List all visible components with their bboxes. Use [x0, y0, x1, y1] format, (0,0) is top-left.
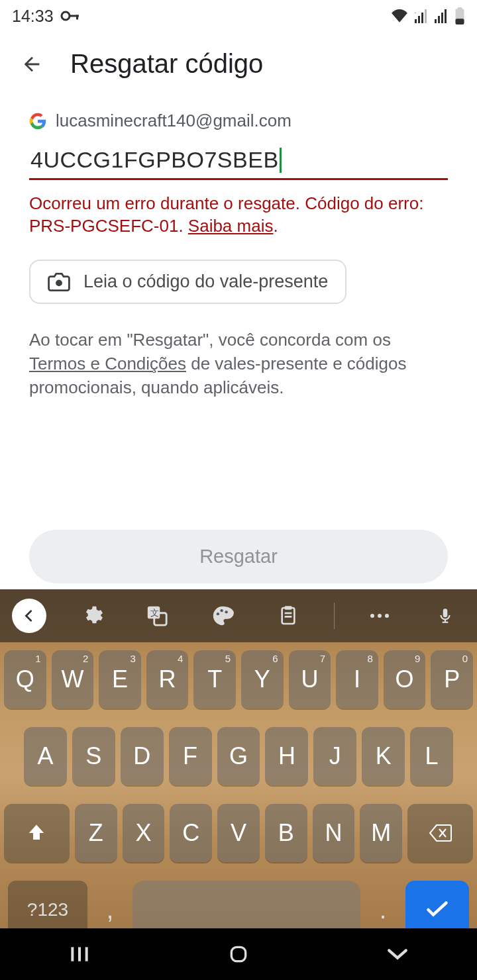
keyboard-settings-button[interactable]	[72, 596, 112, 636]
key-h[interactable]: H	[265, 727, 308, 785]
key-backspace[interactable]	[407, 804, 473, 862]
svg-point-28	[385, 614, 389, 618]
key-hint: 7	[320, 653, 325, 664]
svg-rect-13	[458, 7, 462, 9]
scan-giftcard-label: Leia o código do vale-presente	[83, 271, 328, 292]
code-input-value: 4UCCG1FGPBO7SBEB	[30, 147, 279, 173]
terms-prefix: Ao tocar em "Resgatar", você concorda co…	[29, 330, 391, 350]
key-hint: 0	[462, 653, 468, 664]
mic-icon	[437, 605, 454, 627]
chevron-down-icon	[386, 948, 409, 961]
status-time: 14:33	[12, 7, 54, 26]
content: lucasminecraft140@gmail.com 4UCCG1FGPBO7…	[0, 111, 477, 399]
key-x[interactable]: X	[123, 804, 165, 862]
key-hint: 9	[415, 653, 420, 664]
key-g[interactable]: G	[217, 727, 260, 785]
status-right: +	[391, 7, 465, 24]
svg-rect-14	[456, 19, 464, 24]
redeem-label: Resgatar	[199, 546, 278, 567]
status-bar: 14:33 +	[0, 0, 477, 32]
gear-icon	[81, 605, 103, 627]
key-n[interactable]: N	[313, 804, 355, 862]
key-f[interactable]: F	[169, 727, 212, 785]
shift-icon	[26, 823, 46, 843]
key-o[interactable]: O9	[384, 650, 426, 709]
google-logo-icon	[29, 113, 46, 130]
chevron-left-icon	[22, 609, 36, 623]
key-t[interactable]: T5	[193, 650, 236, 709]
key-a[interactable]: A	[24, 727, 67, 785]
keyboard-row-3: ZXCVBNM	[4, 804, 473, 862]
keyboard-row-1: Q1W2E3R4T5Y6U7I8O9P0	[4, 650, 473, 709]
key-i[interactable]: I8	[336, 650, 378, 709]
svg-point-21	[225, 611, 228, 613]
svg-rect-29	[443, 609, 448, 617]
svg-rect-37	[231, 947, 245, 961]
terms-link[interactable]: Termos e Condições	[29, 354, 186, 373]
key-l[interactable]: L	[410, 727, 453, 785]
code-input[interactable]: 4UCCG1FGPBO7SBEB	[29, 147, 448, 180]
svg-rect-3	[415, 19, 417, 23]
arrow-left-icon	[21, 53, 43, 75]
keyboard-mic-button[interactable]	[425, 596, 465, 636]
account-row: lucasminecraft140@gmail.com	[29, 111, 448, 131]
app-header: Resgatar código	[0, 32, 477, 96]
key-k[interactable]: K	[362, 727, 405, 785]
key-d[interactable]: D	[121, 727, 164, 785]
key-p[interactable]: P0	[431, 650, 473, 709]
key-b[interactable]: B	[265, 804, 307, 862]
back-button[interactable]	[20, 52, 44, 76]
key-s[interactable]: S	[72, 727, 115, 785]
svg-point-19	[217, 612, 219, 615]
key-y[interactable]: Y6	[241, 650, 284, 709]
keyboard-clipboard-button[interactable]	[268, 596, 308, 636]
palette-icon	[211, 605, 234, 627]
system-nav-bar	[0, 928, 477, 980]
error-suffix: .	[273, 216, 278, 236]
key-m[interactable]: M	[360, 804, 402, 862]
wifi-icon	[391, 9, 408, 23]
key-c[interactable]: C	[170, 804, 212, 862]
key-z[interactable]: Z	[75, 804, 117, 862]
key-q[interactable]: Q1	[4, 650, 46, 709]
keyboard-translate-button[interactable]: 文	[137, 596, 177, 636]
key-hint: 5	[225, 653, 231, 664]
svg-rect-11	[445, 9, 447, 23]
signal-2-icon	[435, 9, 448, 23]
battery-icon	[454, 7, 465, 24]
key-shift[interactable]	[4, 804, 70, 862]
key-hint: 6	[272, 653, 278, 664]
recents-icon	[69, 945, 90, 963]
keyboard: 文 Q1W2E3R4T5Y6U7I8O9P0 ASDFGHJKL ZXCVBNM	[0, 589, 477, 928]
key-u[interactable]: U7	[289, 650, 331, 709]
backspace-icon	[429, 824, 452, 842]
page-title: Resgatar código	[70, 49, 263, 79]
keyboard-more-button[interactable]	[360, 596, 399, 636]
home-icon	[228, 944, 249, 965]
vpn-key-icon	[60, 7, 81, 26]
nav-keyboard-hide-button[interactable]	[358, 938, 437, 970]
scan-giftcard-button[interactable]: Leia o código do vale-presente	[29, 260, 346, 304]
svg-point-26	[370, 614, 374, 618]
keyboard-theme-button[interactable]	[203, 596, 242, 636]
nav-home-button[interactable]	[199, 938, 278, 970]
key-hint: 4	[178, 653, 183, 664]
svg-rect-4	[418, 16, 420, 23]
svg-rect-8	[435, 19, 437, 23]
key-e[interactable]: E3	[99, 650, 141, 709]
svg-point-20	[221, 609, 223, 612]
key-hint: 1	[35, 653, 40, 664]
key-w[interactable]: W2	[52, 650, 94, 709]
redeem-button[interactable]: Resgatar	[29, 530, 448, 583]
error-learn-more-link[interactable]: Saiba mais	[188, 216, 274, 236]
svg-point-15	[56, 279, 62, 286]
nav-recents-button[interactable]	[40, 938, 119, 970]
key-r[interactable]: R4	[146, 650, 189, 709]
keyboard-collapse-button[interactable]	[12, 599, 46, 633]
text-caret	[280, 148, 282, 173]
svg-rect-9	[438, 16, 440, 23]
key-j[interactable]: J	[313, 727, 356, 785]
translate-icon: 文	[146, 605, 168, 627]
svg-text:文: 文	[150, 608, 159, 618]
key-v[interactable]: V	[217, 804, 260, 862]
